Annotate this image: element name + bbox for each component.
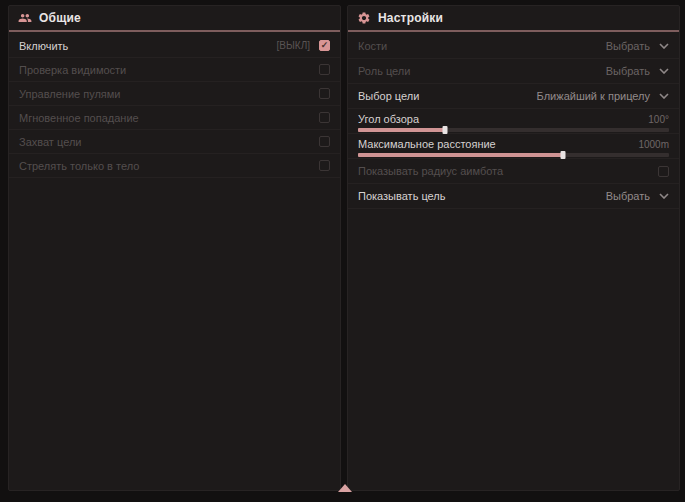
- dropdown-control[interactable]: Выбрать: [606, 190, 669, 202]
- dropdown-control[interactable]: Ближайший к прицелу: [537, 90, 669, 102]
- panel-settings: Настройки Кости Выбрать Роль цели Выбрат…: [347, 5, 680, 491]
- row-label: Показывать радиус аимбота: [358, 165, 503, 177]
- users-icon: [18, 11, 32, 25]
- panel-title: Настройки: [378, 11, 443, 25]
- toggle-row[interactable]: Проверка видимости ✓: [9, 58, 340, 82]
- checkbox[interactable]: ✓: [319, 88, 330, 99]
- toggle-row[interactable]: Захват цели ✓: [9, 130, 340, 154]
- general-rows: Включить [ВЫКЛ] ✓ Проверка видимости ✓ У…: [9, 32, 340, 178]
- toggle-row[interactable]: Управление пулями ✓: [9, 82, 340, 106]
- chevron-down-icon: [659, 93, 669, 99]
- dropdown-value: Выбрать: [606, 190, 650, 202]
- toggle-row[interactable]: Мгновенное попадание ✓: [9, 106, 340, 130]
- row-label: Управление пулями: [19, 88, 121, 100]
- dropdown-value: Выбрать: [606, 40, 650, 52]
- row-state-text: [ВЫКЛ]: [277, 40, 310, 51]
- row-label: Стрелять только в тело: [19, 160, 139, 172]
- slider-track[interactable]: [358, 153, 669, 157]
- slider-fill: [358, 153, 563, 157]
- row-label: Роль цели: [358, 65, 410, 77]
- slider-row: Максимальное расстояние 1000m: [348, 134, 679, 159]
- panel-title: Общие: [39, 11, 81, 25]
- toggle-row[interactable]: Включить [ВЫКЛ] ✓: [9, 34, 340, 58]
- toggle-row[interactable]: Показывать радиус аимбота ✓: [348, 159, 679, 184]
- slider-track[interactable]: [358, 128, 669, 132]
- chevron-down-icon: [659, 68, 669, 74]
- dropdown-value: Ближайший к прицелу: [537, 90, 650, 102]
- slider-handle[interactable]: [443, 126, 448, 134]
- dropdown-control[interactable]: Выбрать: [606, 40, 669, 52]
- dropdown-row: Роль цели Выбрать: [348, 59, 679, 84]
- row-label: Максимальное расстояние: [358, 138, 496, 150]
- gear-icon: [357, 11, 371, 25]
- row-label: Выбор цели: [358, 90, 419, 102]
- toggle-row[interactable]: Стрелять только в тело ✓: [9, 154, 340, 178]
- checkbox[interactable]: ✓: [319, 136, 330, 147]
- checkbox[interactable]: ✓: [658, 166, 669, 177]
- dropdown-row: Показывать цель Выбрать: [348, 184, 679, 209]
- slider-value: 100°: [648, 114, 669, 125]
- row-label: Показывать цель: [358, 190, 446, 202]
- dropdown-row: Выбор цели Ближайший к прицелу: [348, 84, 679, 109]
- row-label: Мгновенное попадание: [19, 112, 139, 124]
- settings-rows: Кости Выбрать Роль цели Выбрать Выбор це…: [348, 32, 679, 209]
- checkmark-icon: ✓: [321, 41, 329, 50]
- row-label: Кости: [358, 40, 387, 52]
- slider-fill: [358, 128, 445, 132]
- expand-arrow-icon[interactable]: [338, 484, 352, 492]
- chevron-down-icon: [659, 43, 669, 49]
- row-label: Угол обзора: [358, 113, 419, 125]
- panel-general: Общие Включить [ВЫКЛ] ✓ Проверка видимос…: [8, 5, 341, 491]
- slider-row: Угол обзора 100°: [348, 109, 679, 134]
- row-label: Проверка видимости: [19, 64, 126, 76]
- panel-settings-header: Настройки: [348, 6, 679, 30]
- chevron-down-icon: [659, 193, 669, 199]
- dropdown-value: Выбрать: [606, 65, 650, 77]
- panel-general-header: Общие: [9, 6, 340, 30]
- checkbox[interactable]: ✓: [319, 160, 330, 171]
- dropdown-row: Кости Выбрать: [348, 34, 679, 59]
- checkbox[interactable]: ✓: [319, 112, 330, 123]
- row-label: Включить: [19, 40, 68, 52]
- slider-handle[interactable]: [561, 151, 566, 159]
- checkbox[interactable]: ✓: [319, 40, 330, 51]
- dropdown-control[interactable]: Выбрать: [606, 65, 669, 77]
- slider-value: 1000m: [638, 139, 669, 150]
- row-label: Захват цели: [19, 136, 81, 148]
- checkbox[interactable]: ✓: [319, 64, 330, 75]
